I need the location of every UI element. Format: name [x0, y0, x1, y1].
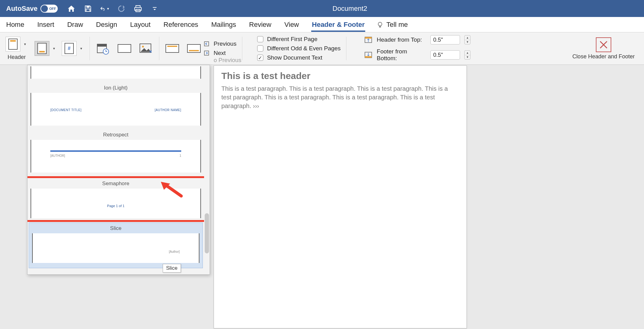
- show-document-text-checkbox[interactable]: Show Document Text: [257, 54, 341, 61]
- gallery-item-retrospect[interactable]: Retrospect [AUTHOR] 1: [27, 129, 204, 173]
- home-icon[interactable]: [67, 4, 76, 13]
- tab-view[interactable]: View: [284, 18, 299, 32]
- tab-references[interactable]: References: [163, 18, 199, 32]
- spin-down-icon[interactable]: ▼: [465, 40, 470, 44]
- page-body-text: This is a test paragraph. This is a test…: [221, 84, 459, 110]
- close-group: Close Header and Footer: [572, 37, 638, 60]
- header-label: Header: [7, 54, 26, 60]
- document-info-button[interactable]: [117, 41, 132, 56]
- close-x-icon: [598, 40, 609, 50]
- autosave-switch[interactable]: OFF: [40, 5, 58, 13]
- tab-insert[interactable]: Insert: [37, 18, 55, 32]
- page-number-dropdown-caret[interactable]: ▾: [80, 46, 84, 51]
- gallery-item-partial[interactable]: [31, 66, 201, 79]
- svg-rect-14: [204, 51, 209, 55]
- ribbon-tabs: Home Insert Draw Design Layout Reference…: [0, 17, 644, 32]
- svg-rect-13: [204, 42, 209, 46]
- document-title: Document2: [332, 5, 367, 13]
- title-bar: AutoSave OFF ▾ Document2: [0, 0, 644, 17]
- save-icon[interactable]: [84, 4, 92, 13]
- gallery-scrollbar-thumb[interactable]: [205, 213, 209, 253]
- previous-button[interactable]: Previous: [204, 40, 236, 47]
- ribbon-body: ▾ Header ▾ # ▾ Previous Next: [0, 32, 644, 65]
- footer-dropdown-caret[interactable]: ▾: [52, 46, 57, 51]
- footer-button[interactable]: [35, 41, 49, 56]
- ion-author: [AUTHOR NAME]: [155, 108, 181, 112]
- print-icon[interactable]: [134, 4, 142, 13]
- tab-draw[interactable]: Draw: [67, 18, 84, 32]
- semaphore-page-text: Page 1 of 1: [107, 204, 124, 208]
- footer-from-bottom-input[interactable]: 0.5": [430, 50, 460, 60]
- quick-access-toolbar: ▾: [67, 4, 159, 13]
- footer-from-bottom-spinner[interactable]: ▲▼: [464, 50, 470, 60]
- goto-footer-icon: [187, 44, 201, 53]
- autosave-label: AutoSave: [6, 5, 37, 13]
- qat-customize-icon[interactable]: [150, 4, 159, 13]
- tab-design[interactable]: Design: [95, 18, 118, 32]
- svg-rect-5: [153, 7, 157, 8]
- gallery-item-title: Retrospect: [27, 129, 204, 140]
- gallery-scroll-area[interactable]: Ion (Light) [DOCUMENT TITLE] [AUTHOR NAM…: [27, 65, 204, 274]
- tab-mailings[interactable]: Mailings: [211, 18, 237, 32]
- redo-icon[interactable]: [117, 4, 126, 13]
- document-page[interactable]: This is a test header This is a test par…: [214, 65, 467, 328]
- date-time-icon: [96, 42, 110, 55]
- checkbox-checked-icon: [257, 55, 263, 61]
- next-label: Next: [214, 50, 226, 56]
- different-first-page-checkbox[interactable]: Different First Page: [257, 36, 341, 43]
- header-dropdown-caret[interactable]: ▾: [23, 42, 28, 46]
- gallery-preview: [AUTHOR] 1: [31, 140, 201, 173]
- svg-rect-18: [365, 56, 372, 58]
- goto-footer-button[interactable]: [186, 41, 201, 56]
- page-number-group: # ▾: [62, 41, 84, 56]
- tab-review[interactable]: Review: [249, 18, 272, 32]
- gallery-item-ion-light[interactable]: Ion (Light) [DOCUMENT TITLE] [AUTHOR NAM…: [27, 82, 204, 126]
- tell-me-search[interactable]: Tell me: [377, 21, 408, 29]
- gallery-item-slice-hovered[interactable]: Slice [Author]: [29, 223, 203, 268]
- separator: [159, 37, 159, 60]
- navigation-group: Previous Next: [204, 40, 236, 56]
- autosave-toggle[interactable]: AutoSave OFF: [6, 5, 58, 13]
- svg-rect-16: [365, 37, 372, 39]
- gallery-tooltip: Slice: [163, 264, 181, 273]
- autosave-state: OFF: [49, 7, 56, 10]
- gallery-item-semaphore-highlighted[interactable]: Semaphore Page 1 of 1: [27, 176, 204, 222]
- tab-layout[interactable]: Layout: [130, 18, 151, 32]
- separator: [90, 37, 90, 60]
- header-from-top-row: Header from Top: 0.5" ▲▼: [364, 35, 470, 44]
- svg-point-6: [378, 22, 382, 26]
- footer-group: ▾: [35, 41, 57, 56]
- page-header-text[interactable]: This is a test header: [221, 71, 459, 81]
- spin-down-icon[interactable]: ▼: [465, 55, 470, 60]
- svg-rect-0: [86, 6, 90, 8]
- footer-from-bottom-row: Footer from Bottom: 0.5" ▲▼: [364, 48, 470, 62]
- header-button[interactable]: [6, 37, 20, 52]
- gallery-item-title: Slice: [29, 223, 203, 233]
- header-from-top-input[interactable]: 0.5": [430, 35, 460, 44]
- different-odd-even-label: Different Odd & Even Pages: [267, 45, 341, 52]
- gallery-preview: [Author]: [32, 233, 199, 263]
- header-from-top-label: Header from Top:: [377, 36, 426, 43]
- undo-icon[interactable]: ▾: [100, 4, 109, 13]
- svg-point-12: [142, 46, 144, 48]
- insert-group: [95, 41, 153, 56]
- spin-up-icon[interactable]: ▲: [465, 35, 470, 40]
- date-time-button[interactable]: [95, 41, 110, 56]
- tab-header-footer[interactable]: Header & Footer: [311, 18, 365, 32]
- pictures-button[interactable]: [139, 41, 153, 56]
- spin-up-icon[interactable]: ▲: [465, 51, 470, 55]
- next-button[interactable]: Next: [204, 50, 236, 56]
- tab-home[interactable]: Home: [6, 18, 25, 32]
- link-to-previous-partial[interactable]: o Previous: [214, 57, 241, 64]
- options-group: Different First Page Different Odd & Eve…: [257, 36, 341, 61]
- slice-author: [Author]: [169, 250, 180, 253]
- goto-header-button[interactable]: [165, 41, 180, 56]
- different-odd-even-checkbox[interactable]: Different Odd & Even Pages: [257, 45, 341, 52]
- page-number-button[interactable]: #: [62, 41, 77, 56]
- close-label: Close Header and Footer: [572, 53, 635, 60]
- footer-position-icon: [364, 52, 372, 58]
- next-icon: [204, 50, 211, 56]
- gallery-item-title: Semaphore: [27, 178, 204, 189]
- header-from-top-spinner[interactable]: ▲▼: [464, 35, 470, 44]
- close-header-footer-button[interactable]: [596, 37, 611, 52]
